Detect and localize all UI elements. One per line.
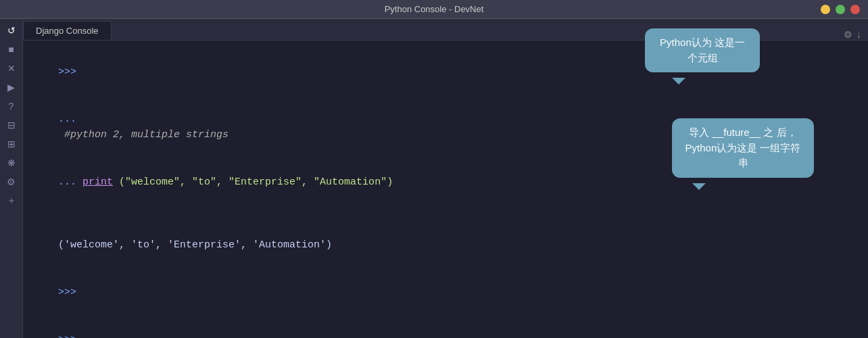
maximize-button[interactable] [836,5,845,14]
console-line: >>> [34,269,857,316]
tooltip-bubble-1: Python认为 这是一个元组 [645,28,760,72]
sidebar-icon-run[interactable]: ▶ [4,80,19,95]
sidebar-icon-close[interactable]: ✕ [4,61,19,76]
console-line: >>> [34,316,857,338]
sidebar-icon-expand[interactable]: ⊞ [4,137,19,151]
bubble-1-text: Python认为 这是一个元组 [660,37,745,64]
sidebar-icon-add[interactable]: ＋ [4,193,19,208]
window-title: Python Console - DevNet [385,4,484,14]
window-controls [821,5,860,14]
sidebar-icon-help[interactable]: ? [4,99,19,114]
settings-icon[interactable]: ⚙ [844,29,852,40]
download-icon[interactable]: ↓ [857,29,861,40]
sidebar-icon-bug[interactable]: ❋ [4,155,19,170]
tab-label: Django Console [36,26,99,36]
console-line [34,206,857,222]
sidebar: ↺ ■ ✕ ▶ ? ⊟ ⊞ ❋ ⚙ ＋ [0,19,23,338]
console-area[interactable]: >>> ... #python 2, multiple strings ... … [23,41,868,338]
console-line: ('welcome', 'to', 'Enterprise', 'Automat… [34,222,857,269]
tab-bar-actions: ⚙ ↓ [844,29,868,40]
sidebar-icon-refresh[interactable]: ↺ [4,23,19,38]
sidebar-icon-stop[interactable]: ■ [4,42,19,57]
title-bar: Python Console - DevNet [0,0,868,19]
sidebar-icon-collapse[interactable]: ⊟ [4,118,19,132]
sidebar-icon-settings[interactable]: ⚙ [4,174,19,189]
close-button[interactable] [850,5,860,14]
minimize-button[interactable] [821,5,830,14]
tooltip-bubble-2: 导入 __future__ 之 后，Python认为这是 一组字符串 [672,118,814,178]
bubble-2-text: 导入 __future__ 之 后，Python认为这是 一组字符串 [685,126,801,168]
tab-django-console[interactable]: Django Console [23,21,112,40]
